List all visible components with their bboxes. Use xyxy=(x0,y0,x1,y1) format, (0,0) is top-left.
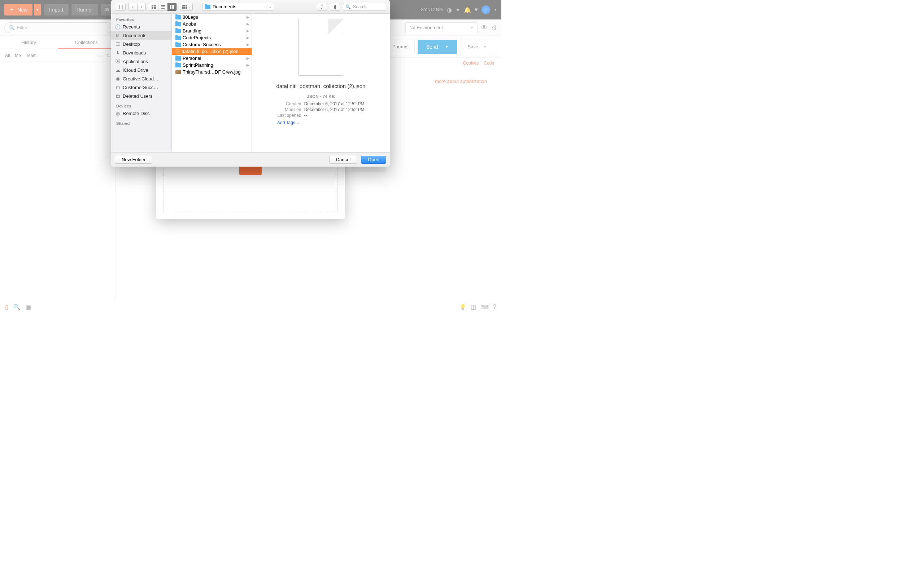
tags-button[interactable]: ◖ xyxy=(330,3,340,11)
search-icon: 🔍 xyxy=(346,4,351,10)
chevron-right-icon: ▶ xyxy=(247,56,249,60)
preview-kind: JSON - 74 KB xyxy=(307,94,334,99)
share-icon: ⤴ xyxy=(320,3,323,10)
modified-value: December 6, 2017 at 12:52 PM xyxy=(304,107,365,112)
preview-metadata: Created December 6, 2017 at 12:52 PM Mod… xyxy=(278,102,365,118)
list-item[interactable]: CodeProjects▶ xyxy=(172,34,252,41)
forward-button[interactable]: › xyxy=(137,3,146,11)
group-button[interactable]: ⌵ xyxy=(180,3,193,11)
preview-file-icon xyxy=(299,19,343,76)
svg-rect-3 xyxy=(154,5,156,6)
finder-column-list: 80Legs▶Adobe▶Branding▶CodeProjects▶Custo… xyxy=(172,14,252,152)
disc-icon: ◎ xyxy=(115,111,121,116)
svg-rect-0 xyxy=(118,5,123,9)
sidebar-item-remote-disc[interactable]: ◎Remote Disc xyxy=(111,109,171,118)
folder-icon: 🗀 xyxy=(115,93,121,99)
sidebar-item-deleted-users[interactable]: 🗀Deleted Users xyxy=(111,92,171,100)
download-icon: ⬇ xyxy=(115,50,121,56)
list-item-label: Branding xyxy=(183,28,201,34)
svg-rect-4 xyxy=(152,7,153,9)
chevron-right-icon: ▶ xyxy=(247,22,249,26)
list-item-label: CodeProjects xyxy=(183,35,211,40)
cancel-button[interactable]: Cancel xyxy=(329,156,357,164)
add-tags-link[interactable]: Add Tags… xyxy=(277,120,300,125)
list-item[interactable]: datafiniti_po…ction (2).json xyxy=(172,48,252,55)
file-open-dialog: ‹ › ⌵ Documents ⌃⌄ ⤴ ◖ 🔍 xyxy=(111,0,390,167)
search-field[interactable]: 🔍 Search xyxy=(343,3,386,11)
sidebar-item-label: Documents xyxy=(123,33,147,38)
sidebar-item-desktop[interactable]: 🖵Desktop xyxy=(111,40,171,48)
chevron-right-icon: ▶ xyxy=(247,29,249,33)
clock-icon: 🕘 xyxy=(115,24,121,29)
view-segment xyxy=(149,3,177,11)
list-item-label: Adobe xyxy=(183,21,196,27)
svg-rect-10 xyxy=(172,5,173,9)
list-item[interactable]: ThirsyThursd…DF Crew.jpg xyxy=(172,69,252,76)
image-icon xyxy=(175,70,181,74)
devices-heading: Devices xyxy=(111,103,171,109)
list-item-label: datafiniti_po…ction (2).json xyxy=(181,49,239,54)
created-label: Created xyxy=(278,102,301,106)
sidebar-item-label: Applications xyxy=(123,59,148,64)
sidebar-item-documents[interactable]: 🗎Documents xyxy=(111,31,171,40)
sidebar-item-label: CustomerSucc… xyxy=(123,85,158,90)
app-icon: Ⓐ xyxy=(115,58,121,64)
list-item[interactable]: Branding▶ xyxy=(172,27,252,34)
folder-icon xyxy=(175,22,181,26)
list-item[interactable]: CustomerSuccess▶ xyxy=(172,41,252,48)
sidebar-item-label: Creative Cloud… xyxy=(123,76,158,82)
svg-rect-2 xyxy=(152,5,153,6)
svg-rect-5 xyxy=(154,7,156,9)
finder-footer: New Folder Cancel Open xyxy=(111,152,390,167)
sidebar-item-label: Deleted Users xyxy=(123,93,152,99)
sidebar-item-icloud-drive[interactable]: ☁iCloud Drive xyxy=(111,66,171,74)
sidebar-item-recents[interactable]: 🕘Recents xyxy=(111,23,171,31)
folder-icon xyxy=(175,36,181,40)
columns-icon xyxy=(170,5,174,9)
list-item[interactable]: SprintPlanning▶ xyxy=(172,62,252,69)
preview-filename: datafiniti_postman_collection (2).json xyxy=(276,83,366,89)
finder-sidebar: Favorites 🕘Recents🗎Documents🖵Desktop⬇Dow… xyxy=(111,14,172,152)
sidebar-item-creative-cloud-[interactable]: ◉Creative Cloud… xyxy=(111,74,171,83)
list-view-button[interactable] xyxy=(158,3,168,11)
opened-label: Last opened xyxy=(278,113,301,118)
cc-icon: ◉ xyxy=(115,76,121,82)
finder-preview: datafiniti_postman_collection (2).json J… xyxy=(252,14,390,152)
svg-rect-14 xyxy=(186,5,187,6)
modified-label: Modified xyxy=(278,107,301,112)
sidebar-toggle-button[interactable] xyxy=(115,3,126,11)
back-button[interactable]: ‹ xyxy=(129,3,137,11)
sidebar-item-downloads[interactable]: ⬇Downloads xyxy=(111,48,171,57)
sidebar-icon xyxy=(118,5,123,9)
icon-view-button[interactable] xyxy=(149,3,158,11)
open-button[interactable]: Open xyxy=(361,156,386,164)
chevron-left-icon: ‹ xyxy=(132,3,134,10)
sidebar-item-label: Desktop xyxy=(123,42,140,47)
chevron-right-icon: ▶ xyxy=(247,63,249,67)
list-item[interactable]: 80Legs▶ xyxy=(172,14,252,21)
share-button[interactable]: ⤴ xyxy=(317,3,327,11)
list-item-label: Personal xyxy=(183,56,201,61)
location-popup[interactable]: Documents ⌃⌄ xyxy=(202,3,274,11)
new-folder-button[interactable]: New Folder xyxy=(115,156,152,164)
list-item-label: 80Legs xyxy=(183,15,198,20)
folder-icon: 🗀 xyxy=(115,85,121,90)
sidebar-item-label: Recents xyxy=(123,24,140,29)
shared-heading: Shared xyxy=(111,121,171,126)
list-item-label: SprintPlanning xyxy=(183,62,213,68)
created-value: December 6, 2017 at 12:52 PM xyxy=(304,102,365,106)
chevron-down-icon: ⌵ xyxy=(188,5,190,8)
sidebar-item-customersucc-[interactable]: 🗀CustomerSucc… xyxy=(111,83,171,92)
list-item-label: ThirsyThursd…DF Crew.jpg xyxy=(183,69,241,75)
folder-icon xyxy=(205,5,210,9)
sidebar-item-applications[interactable]: ⒶApplications xyxy=(111,57,171,66)
folder-icon xyxy=(175,15,181,19)
list-item[interactable]: Personal▶ xyxy=(172,55,252,62)
list-icon xyxy=(161,5,165,9)
finder-toolbar: ‹ › ⌵ Documents ⌃⌄ ⤴ ◖ 🔍 xyxy=(111,0,390,14)
list-item[interactable]: Adobe▶ xyxy=(172,21,252,27)
column-view-button[interactable] xyxy=(168,3,177,11)
chevron-right-icon: ▶ xyxy=(247,15,249,19)
grid-icon xyxy=(152,5,156,9)
folder-icon xyxy=(175,63,181,68)
